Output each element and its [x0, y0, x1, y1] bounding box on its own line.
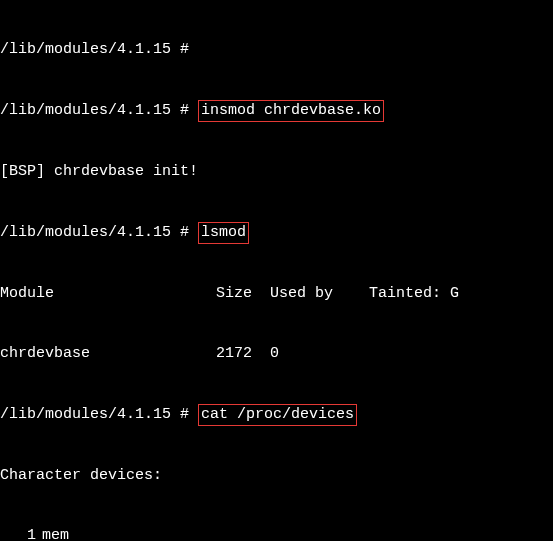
line-insmod: /lib/modules/4.1.15 # insmod chrdevbase.… — [0, 100, 553, 122]
line-lsmod: /lib/modules/4.1.15 # lsmod — [0, 222, 553, 244]
prompt-text: /lib/modules/4.1.15 # — [0, 224, 189, 241]
line-lsmod-row: chrdevbase 2172 0 — [0, 344, 553, 364]
line-cat: /lib/modules/4.1.15 # cat /proc/devices — [0, 404, 553, 426]
device-line: 1mem — [0, 526, 553, 541]
line-bsp-init: [BSP] chrdevbase init! — [0, 162, 553, 182]
prompt-text: /lib/modules/4.1.15 # — [0, 102, 189, 119]
device-name: mem — [42, 527, 69, 541]
line-lsmod-header: Module Size Used by Tainted: G — [0, 284, 553, 304]
device-number: 1 — [0, 526, 36, 541]
prompt-text: /lib/modules/4.1.15 # — [0, 406, 189, 423]
cmd-cat-highlight: cat /proc/devices — [198, 404, 357, 426]
terminal-output: /lib/modules/4.1.15 # /lib/modules/4.1.1… — [0, 0, 553, 541]
line-cutoff-top: /lib/modules/4.1.15 # — [0, 40, 553, 60]
cmd-insmod-highlight: insmod chrdevbase.ko — [198, 100, 384, 122]
device-list: 1mem4/dev/vc/04tty5/dev/tty5/dev/console… — [0, 526, 553, 541]
line-char-devices-header: Character devices: — [0, 466, 553, 486]
cmd-lsmod-highlight: lsmod — [198, 222, 249, 244]
